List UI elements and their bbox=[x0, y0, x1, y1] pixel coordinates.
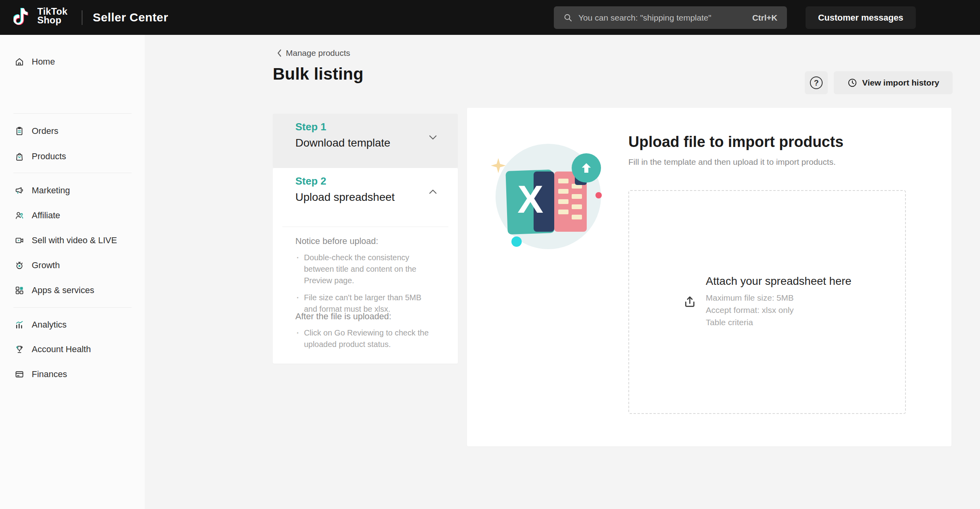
products-icon bbox=[14, 151, 25, 162]
dropzone-content: Attach your spreadsheet here Maximum fil… bbox=[629, 275, 905, 328]
upload-arrow-badge bbox=[572, 153, 601, 183]
video-camera-icon bbox=[14, 235, 25, 246]
dropzone-format: Accept format: xlsx only bbox=[706, 304, 851, 316]
breadcrumb-manage-products[interactable]: Manage products bbox=[277, 48, 350, 58]
sidebar-item-apps-services[interactable]: Apps & services bbox=[0, 279, 145, 301]
sidebar-divider bbox=[13, 173, 132, 173]
step2-card: Step 2 Upload spreadsheet Notice before … bbox=[273, 168, 458, 364]
after-upload-heading: After the file is uploaded: bbox=[295, 311, 391, 322]
dropzone-title: Attach your spreadsheet here bbox=[706, 275, 851, 288]
account-health-icon bbox=[14, 344, 25, 355]
sidebar-item-sell-with-video-live[interactable]: Sell with video & LIVE bbox=[0, 229, 145, 252]
search-shortcut-badge: Ctrl+K bbox=[752, 13, 777, 23]
dropzone-table-criteria-link[interactable]: Table criteria bbox=[706, 316, 851, 328]
sidebar-item-affiliate[interactable]: Affiliate bbox=[0, 204, 145, 227]
pink-dot bbox=[595, 192, 602, 198]
step2-label: Step 2 bbox=[295, 175, 326, 187]
sidebar-item-account-health[interactable]: Account Health bbox=[0, 338, 145, 360]
notice-item: Double-check the consistency between tit… bbox=[297, 252, 436, 286]
customer-messages-button[interactable]: Customer messages bbox=[806, 6, 916, 29]
table-row-bar bbox=[572, 204, 582, 209]
sidebar-item-home[interactable]: Home bbox=[0, 51, 145, 73]
upload-panel-title: Upload file to import products bbox=[628, 133, 844, 151]
table-row-bar bbox=[558, 210, 568, 214]
step1-card: Step 1 Download template bbox=[273, 114, 458, 168]
marketing-icon bbox=[14, 185, 25, 196]
analytics-icon bbox=[14, 320, 25, 330]
question-mark-icon: ? bbox=[810, 76, 823, 89]
chevron-down-icon bbox=[429, 135, 437, 140]
after-upload-list: Click on Go Reviewing to check the uploa… bbox=[297, 327, 436, 350]
tiktok-note-icon bbox=[13, 7, 32, 25]
logo-wordmark: TikTok Shop bbox=[37, 7, 67, 25]
chevron-up-icon bbox=[429, 189, 437, 194]
table-row-bar bbox=[558, 199, 568, 204]
step1-header[interactable]: Step 1 Download template bbox=[273, 114, 458, 165]
spreadsheet-dropzone[interactable]: Attach your spreadsheet here Maximum fil… bbox=[628, 190, 906, 414]
sidebar: Home Orders Products Ma bbox=[0, 35, 145, 509]
step1-title: Download template bbox=[295, 137, 390, 149]
sidebar-divider bbox=[13, 307, 132, 308]
spreadsheet-illustration: X bbox=[487, 137, 610, 260]
finances-icon bbox=[14, 369, 25, 379]
upload-icon bbox=[683, 295, 697, 309]
search-icon bbox=[563, 13, 573, 23]
table-row-bar bbox=[572, 194, 582, 199]
help-button[interactable]: ? bbox=[805, 71, 828, 94]
step2-header[interactable]: Step 2 Upload spreadsheet bbox=[273, 168, 458, 219]
sidebar-item-growth[interactable]: Growth bbox=[0, 254, 145, 276]
sidebar-item-finances[interactable]: Finances bbox=[0, 363, 145, 385]
view-import-history-button[interactable]: View import history bbox=[834, 71, 953, 94]
header-divider bbox=[82, 10, 82, 25]
dropzone-max-size: Maximum file size: 5MB bbox=[706, 292, 851, 304]
step2-divider bbox=[282, 227, 448, 227]
affiliate-icon bbox=[14, 210, 25, 221]
tiktok-shop-logo[interactable]: TikTok Shop bbox=[13, 7, 67, 25]
page-title: Bulk listing bbox=[273, 65, 364, 84]
table-row-bar bbox=[572, 215, 582, 219]
clock-icon bbox=[847, 78, 858, 88]
home-icon bbox=[14, 57, 25, 67]
dropzone-text: Attach your spreadsheet here Maximum fil… bbox=[706, 275, 851, 328]
sidebar-item-products[interactable]: Products bbox=[0, 145, 145, 168]
global-search-input[interactable]: You can search: "shipping template" Ctrl… bbox=[554, 6, 787, 29]
after-upload-item: Click on Go Reviewing to check the uploa… bbox=[297, 327, 436, 350]
table-row-bar bbox=[558, 189, 568, 194]
arrow-up-icon bbox=[580, 161, 593, 175]
table-row-bar bbox=[558, 179, 568, 183]
search-placeholder: You can search: "shipping template" bbox=[578, 13, 746, 23]
sidebar-divider bbox=[13, 113, 132, 114]
notice-list: Double-check the consistency between tit… bbox=[297, 252, 436, 315]
app-name: Seller Center bbox=[93, 0, 168, 35]
sidebar-item-orders[interactable]: Orders bbox=[0, 120, 145, 142]
sidebar-item-analytics[interactable]: Analytics bbox=[0, 314, 145, 336]
chevron-left-icon bbox=[277, 49, 282, 57]
growth-icon bbox=[14, 260, 25, 271]
notice-before-upload-heading: Notice before upload: bbox=[295, 236, 378, 246]
orders-icon bbox=[14, 126, 25, 136]
screen: TikTok Shop Seller Center You can search… bbox=[0, 0, 980, 509]
excel-x-glyph: X bbox=[511, 179, 549, 222]
upload-panel-subtitle: Fill in the template and then upload it … bbox=[628, 157, 836, 167]
step1-label: Step 1 bbox=[295, 121, 326, 133]
step2-title: Upload spreadsheet bbox=[295, 191, 395, 204]
cyan-dot bbox=[511, 236, 522, 247]
top-nav: TikTok Shop Seller Center You can search… bbox=[0, 0, 980, 35]
upload-panel: X Upload file to import products Fill in… bbox=[467, 108, 951, 446]
apps-grid-icon bbox=[14, 285, 25, 295]
sidebar-item-marketing[interactable]: Marketing bbox=[0, 179, 145, 202]
